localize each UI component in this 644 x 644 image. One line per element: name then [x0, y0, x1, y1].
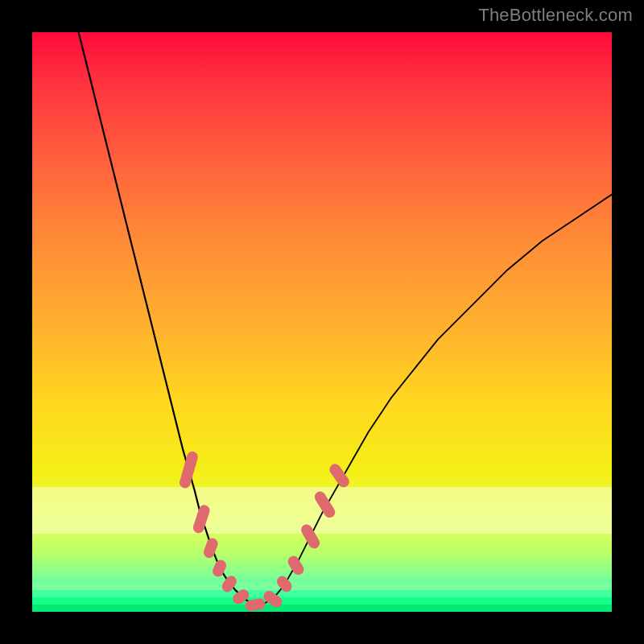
bottom-stripe [32, 590, 612, 597]
bottom-stripe [32, 597, 612, 605]
bottom-stripe [32, 583, 612, 590]
data-marker [286, 554, 306, 577]
data-marker [202, 537, 219, 559]
chart-frame: TheBottleneck.com [0, 0, 644, 644]
chart-svg [32, 32, 612, 612]
left-curve [79, 32, 258, 606]
bottom-stripe [32, 605, 612, 612]
data-marker [178, 450, 199, 489]
data-marker [299, 522, 322, 551]
plot-area [32, 32, 612, 612]
data-marker [328, 462, 352, 489]
watermark-text: TheBottleneck.com [478, 5, 633, 26]
data-marker [211, 558, 229, 578]
data-marker [192, 504, 211, 535]
